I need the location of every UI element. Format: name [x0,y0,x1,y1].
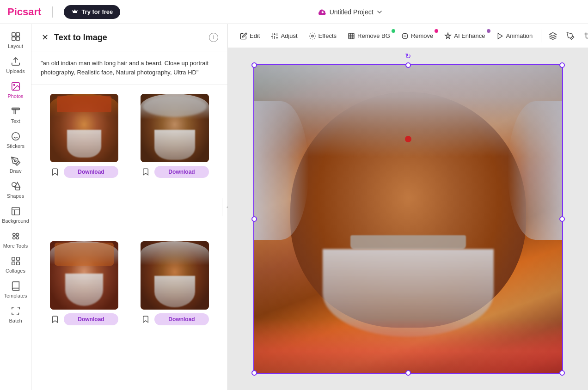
download-button-1[interactable]: Download [64,166,118,178]
remove-label: Remove [411,32,433,39]
image-actions-2: Download [141,166,209,178]
svg-marker-37 [550,32,557,36]
image-actions-3: Download [50,313,118,325]
crown-icon [71,8,79,16]
layout-icon [11,31,21,42]
download-button-2[interactable]: Download [154,166,209,178]
image-cell-1: Download [39,90,129,238]
adjust-button[interactable]: Adjust [266,30,302,43]
rotate-handle[interactable]: ↻ [404,51,413,61]
toolbar-right [545,28,588,44]
image-thumb-2[interactable] [141,94,209,162]
image-thumb-4[interactable] [141,241,209,310]
logo-text: Picsart [7,6,41,18]
svg-rect-1 [16,33,19,36]
sidebar-item-uploads[interactable]: Uploads [1,53,31,78]
collages-icon [11,256,21,266]
animation-icon [496,32,504,40]
cloud-icon [318,8,327,16]
edit-button[interactable]: Edit [235,30,264,43]
sidebar-item-layout[interactable]: Layout [1,28,31,53]
remove-wrap: Remove [397,30,438,43]
bookmark-button-3[interactable] [50,314,60,324]
adjust-icon [271,32,278,40]
svg-rect-20 [12,257,14,260]
svg-point-16 [12,233,15,236]
image-cell-4: Download [129,238,220,385]
panel-title-row: ✕ Text to Image [41,31,107,43]
photos-icon [11,81,21,91]
project-name[interactable]: Untitled Project [318,8,383,16]
panel-images-grid: Download [31,85,227,390]
sidebar-item-batch[interactable]: Batch [1,302,31,327]
svg-point-18 [12,237,15,239]
ai-enhance-button[interactable]: AI Enhance [440,30,490,43]
image-actions-1: Download [50,166,118,178]
bookmark-button-4[interactable] [141,314,151,324]
image-cell-3: Download [39,238,129,385]
ai-enhance-dot [487,29,490,33]
remove-button[interactable]: Remove [397,30,438,43]
pen-button[interactable] [563,28,578,44]
sidebar-item-stickers[interactable]: Stickers [1,128,31,152]
svg-marker-36 [498,33,502,39]
sidebar-item-text[interactable]: Text [1,103,31,128]
panel-header: ✕ Text to Image i [31,24,227,51]
canvas-toolbar: Edit Adjust Effects [228,24,588,48]
canvas-area: Edit Adjust Effects [228,24,588,390]
crop-icon [584,32,588,40]
header-divider [52,6,53,18]
panel-collapse-button[interactable]: ‹ [222,198,228,216]
image-thumb-3[interactable] [50,241,118,310]
sidebar-item-stickers-label: Stickers [6,143,24,149]
download-button-3[interactable]: Download [64,313,118,325]
svg-rect-21 [16,257,19,260]
sidebar-item-shapes[interactable]: Shapes [1,177,31,202]
text-icon [11,106,21,116]
image-thumb-1[interactable] [50,94,118,162]
sidebar-item-templates[interactable]: Templates [1,277,31,302]
layers-button[interactable] [545,28,561,44]
remove-bg-button[interactable]: Remove BG [343,30,395,43]
sidebar-item-collages[interactable]: Collages [1,252,31,277]
pen-icon [566,32,575,40]
bookmark-icon-3 [51,315,59,323]
main-layout: Layout Uploads Photos Text [0,24,588,390]
svg-rect-14 [16,187,19,190]
canvas-image[interactable] [253,64,563,374]
panel-close-button[interactable]: ✕ [41,31,49,43]
remove-bg-label: Remove BG [357,32,390,39]
remove-bg-icon [348,32,355,40]
draw-icon [11,156,21,166]
edit-label: Edit [250,32,260,39]
project-name-text: Untitled Project [330,8,374,16]
crop-button[interactable] [580,28,588,44]
sidebar-item-background[interactable]: Background [1,202,31,227]
layers-icon [549,32,557,40]
sidebar-item-collages-label: Collages [6,268,25,274]
bookmark-icon-1 [51,168,59,176]
bookmark-button-1[interactable] [50,167,60,177]
chevron-down-icon [376,9,383,15]
stickers-icon [11,131,21,141]
bookmark-icon-4 [141,315,150,323]
sidebar-item-more-tools-label: More Tools [3,243,28,249]
sidebar-item-photos[interactable]: Photos [1,78,31,103]
effects-icon [309,32,316,40]
sidebar-item-draw[interactable]: Draw [1,152,31,177]
info-icon[interactable]: i [209,33,218,42]
sidebar-item-layout-label: Layout [8,43,23,49]
try-for-free-button[interactable]: Try for free [64,5,120,19]
sidebar-item-uploads-label: Uploads [6,68,24,74]
download-button-4[interactable]: Download [154,313,209,325]
sidebar-item-more-tools[interactable]: More Tools [1,227,31,252]
effects-label: Effects [318,32,337,39]
shapes-icon [11,181,21,191]
sidebar-item-background-label: Background [2,218,29,224]
animation-button[interactable]: Animation [492,30,538,43]
svg-rect-23 [16,262,19,265]
bookmark-icon-2 [141,168,150,176]
effects-button[interactable]: Effects [304,30,342,43]
bookmark-button-2[interactable] [141,167,151,177]
canvas-workspace: ↻ [228,48,588,390]
